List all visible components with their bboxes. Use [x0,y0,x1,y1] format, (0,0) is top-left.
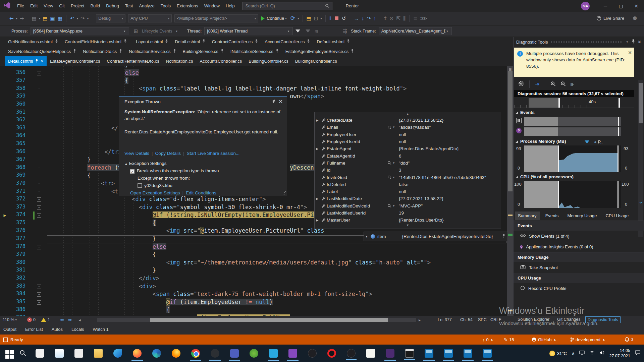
taskbar-edge-icon[interactable] [152,349,161,358]
nav-forward-icon[interactable]: ➡ [66,317,74,322]
taskbar-notes-icon[interactable] [366,349,375,358]
show-next-statement-icon[interactable]: → [353,15,360,21]
datatip-root-row[interactable]: ▾ item {Renter.Dtos.EstateAgentEmployeeI… [364,232,508,241]
menu-project[interactable]: Project [68,3,87,8]
datatip-row-Email[interactable]: Email▼"asdas@asdas" [315,124,501,131]
code-line-383[interactable]: 383−<div> [0,283,513,291]
tab-Default.cshtml[interactable]: Default.cshtml [313,37,353,47]
menu-extensions[interactable]: Extensions [174,3,201,8]
exception-settings-header[interactable]: ▲ Exception Settings [124,160,281,167]
memory-section-header[interactable]: Process Memory (MB) [516,139,566,144]
new-project-icon[interactable]: ▤ [31,15,38,21]
taskbar-rdp-2-icon[interactable] [444,349,453,358]
indent-icon[interactable]: ⋙ [419,15,429,21]
editor-vertical-scrollbar[interactable] [507,66,513,316]
tray-expand-icon[interactable]: ∧ [572,351,575,356]
scroll-left-icon[interactable]: ◂ [78,317,80,322]
fold-marker-icon[interactable]: − [37,197,41,202]
error-count[interactable]: 0 [33,317,36,322]
fold-marker-icon[interactable]: − [37,245,41,249]
fold-marker-icon[interactable]: − [37,205,41,210]
line-indicator[interactable]: Ln: 377 [438,317,452,322]
scroll-right-icon[interactable]: ▸ [419,317,421,322]
fold-marker-icon[interactable]: − [37,190,41,194]
taskbar-store-icon[interactable] [36,349,44,358]
code-line-378[interactable]: 378−else [0,243,513,251]
events-track-2[interactable] [524,127,621,136]
diag-tab-memory-usage[interactable]: Memory Usage [564,212,600,220]
taskbar-browser-dark-2-icon[interactable] [347,349,356,358]
tab-GetNotifications.cshtml[interactable]: GetNotifications.cshtml [5,37,61,47]
tab-ContractFieldHistories.cshtml[interactable]: ContractFieldHistories.cshtml [61,37,130,47]
datatip-row-LastModifiedUserId[interactable]: LastModifiedUserId19 [315,209,501,217]
link-edit-conditions[interactable]: Edit Conditions [186,190,216,195]
code-line-380[interactable]: 380<img src="~/theme/metronicnew/media/u… [0,259,513,267]
tab-SaveNotificationQueueHelper.cs[interactable]: SaveNotificationQueueHelper.cs [5,47,79,56]
timeline-ruler[interactable]: 40s [514,98,634,108]
menu-window[interactable]: Window [201,3,223,8]
datatip-row-EmployeeUser[interactable]: EmployeeUsernull [315,131,501,138]
panel-tab-error-list[interactable]: Error List [25,327,43,332]
horizontal-scrollbar[interactable] [97,318,416,322]
datatip-row-InviteGuid[interactable]: InviteGuid▼"14b9d178-ff1e-4864-a9e0-e7bb… [315,174,501,181]
tab-BuildingController.cs[interactable]: BuildingController.cs [245,56,292,66]
outline-icon[interactable]: ⫼ [402,15,407,21]
menu-help[interactable]: Help [223,3,238,8]
platform-dropdown[interactable]: Any CPU▾ [128,14,172,22]
menu-build[interactable]: Build [87,3,103,8]
zoom-in-icon[interactable] [550,81,556,87]
summary-item-take-snapshot[interactable]: Take Snapshot [514,262,644,273]
tab-NotificationDto.cs[interactable]: NotificationDto.cs [79,47,125,56]
nav-back-icon[interactable]: ⬅ [58,317,66,322]
feedback-icon[interactable]: ⚉ [631,15,638,21]
panel-tab-watch-1[interactable]: Watch 1 [93,327,109,332]
step-over-icon[interactable]: ↷ [365,15,372,21]
close-icon[interactable]: × [41,59,43,64]
datatip-row-EstateAgentId[interactable]: EstateAgentId6 [315,152,501,159]
module-checkbox[interactable]: y02dug3s.kbu [138,182,281,189]
minimize-button[interactable]: ─ [598,0,613,12]
tab-Notification.cs[interactable]: Notification.cs [163,56,197,66]
threads-in-source-icon[interactable]: ǂ [382,15,388,21]
expander-icon[interactable]: ▾ [364,235,369,238]
taskbar-clock[interactable]: 14:0527.07.2021 [609,348,630,359]
filter-threads-icon[interactable] [296,29,300,33]
doc-outline-icon[interactable]: ≣ [412,15,419,21]
taskbar-console-icon[interactable] [405,349,414,358]
close-icon[interactable]: ✕ [628,50,632,56]
panel-tab-output[interactable]: Output [3,327,16,332]
save-icon[interactable]: ▣ [49,15,56,21]
taskbar-chrome-icon[interactable] [191,349,200,358]
summary-item-record-cpu-profile[interactable]: Record CPU Profile [514,283,644,294]
browse-with-icon[interactable]: ⬒ [305,15,313,21]
tab-INotificationService.cs[interactable]: INotificationService.cs [227,47,282,56]
fold-marker-icon[interactable]: − [37,300,41,305]
taskbar-snip-pen-icon[interactable] [113,349,122,358]
code-line-357[interactable]: 357{ [0,77,513,85]
navigate-forward-icon[interactable]: ➡ [18,15,25,21]
maximize-button[interactable]: ▢ [613,0,629,12]
repo-picker-button[interactable]: GitHub ▲ [532,337,556,342]
selection-handle-right[interactable] [619,98,620,108]
menu-analyze[interactable]: Analyze [136,3,157,8]
fold-marker-icon[interactable]: − [37,213,41,218]
notifications-bell-icon[interactable]: 3 [625,337,633,342]
redo-icon[interactable]: ↷ [79,15,86,21]
taskbar-browser-dark-icon[interactable] [308,349,317,358]
volume-icon[interactable] [599,351,604,356]
step-out-icon[interactable]: ↑ [372,15,378,21]
tab-Detail.cshtml[interactable]: Detail.cshtml× [5,56,47,66]
link-open-exception-settings[interactable]: Open Exception Settings [130,190,180,195]
taskbar-rdp-1-icon[interactable] [425,349,433,358]
taskbar-sourcetree-icon[interactable] [250,349,258,358]
code-line-384[interactable]: 384−<span class="text-dark-75 font-weigh… [0,291,513,299]
datatip-row-EstateAgent[interactable]: ▶EstateAgent{Renter.Dtos.EstateAgentDto} [315,145,501,152]
break-all-icon[interactable]: ‖ [328,15,333,21]
expander-icon[interactable]: ▶ [315,197,320,200]
datatip-row-LastModifiedDate[interactable]: ▶LastModifiedDate{27.07.2021 13:58:22} [315,195,501,202]
menu-edit[interactable]: Edit [27,3,41,8]
fold-marker-icon[interactable]: − [37,87,41,91]
fold-marker-icon[interactable]: − [37,71,41,75]
search-input[interactable]: Search (Ctrl+Q) [243,2,332,10]
menu-test[interactable]: Test [122,3,136,8]
